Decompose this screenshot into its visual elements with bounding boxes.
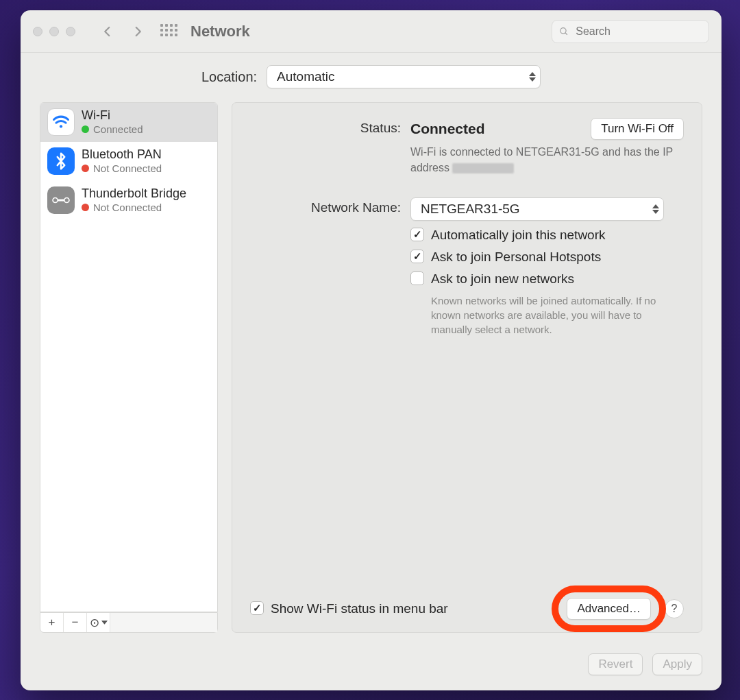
stepper-icon [652, 204, 659, 214]
thunderbolt-bridge-icon [47, 186, 75, 214]
more-icon: ⊙ [90, 616, 99, 630]
page-title: Network [190, 23, 250, 40]
revert-button[interactable]: Revert [588, 653, 643, 675]
auto-join-checkbox[interactable]: Automatically join this network [410, 228, 684, 243]
ask-new-networks-checkbox[interactable]: Ask to join new networks [410, 271, 684, 287]
close-dot[interactable] [33, 27, 42, 36]
status-label: Status: [250, 118, 401, 136]
help-button[interactable]: ? [665, 599, 684, 618]
sidebar-item-wifi[interactable]: Wi-Fi Connected [40, 103, 217, 142]
window-traffic-lights[interactable] [33, 27, 75, 36]
svg-point-5 [53, 198, 58, 203]
status-subtext: Wi-Fi is connected to NETGEAR31-5G and h… [410, 144, 684, 176]
svg-marker-2 [529, 72, 536, 76]
show-all-icon[interactable] [160, 24, 175, 39]
svg-point-0 [560, 27, 566, 33]
interface-sidebar: Wi-Fi Connected Bluetooth PAN Not Connec… [40, 102, 218, 633]
svg-point-4 [60, 125, 62, 128]
detail-panel: Status: Connected Turn Wi-Fi Off Wi-Fi i… [232, 102, 702, 633]
status-dot-icon [82, 204, 89, 211]
bluetooth-icon [47, 147, 75, 175]
network-name-select[interactable]: NETGEAR31-5G [410, 197, 664, 221]
remove-interface-button[interactable]: − [64, 613, 87, 632]
window-footer: Revert Apply [21, 647, 722, 690]
apply-button[interactable]: Apply [652, 653, 702, 675]
svg-point-9 [62, 200, 64, 201]
show-menubar-checkbox[interactable]: Show Wi-Fi status in menu bar [250, 601, 448, 616]
checkbox-icon [410, 271, 424, 285]
ask-hotspots-checkbox[interactable]: Ask to join Personal Hotspots [410, 250, 684, 265]
help-icon: ? [671, 603, 678, 615]
svg-marker-3 [529, 77, 536, 82]
chevron-down-icon [101, 620, 108, 625]
sidebar-toolbar: + − ⊙ [40, 612, 218, 633]
search-input[interactable] [574, 25, 702, 38]
location-row: Location: Automatic [21, 53, 722, 102]
wifi-toggle-button[interactable]: Turn Wi-Fi Off [591, 118, 684, 140]
checkbox-icon [410, 228, 424, 241]
location-select[interactable]: Automatic [267, 65, 541, 88]
minus-icon: − [72, 616, 79, 629]
redacted-ip [452, 163, 514, 173]
location-label: Location: [201, 69, 257, 85]
add-interface-button[interactable]: + [40, 613, 64, 632]
sidebar-toolbar-spacer [110, 613, 217, 632]
back-button[interactable] [97, 21, 118, 42]
sidebar-item-label: Wi-Fi [82, 108, 143, 123]
sidebar-item-label: Bluetooth PAN [82, 147, 162, 162]
forward-button[interactable] [127, 21, 148, 42]
svg-marker-10 [101, 620, 108, 624]
checkbox-icon [410, 250, 424, 263]
svg-line-1 [565, 32, 567, 34]
svg-point-8 [60, 200, 62, 201]
checkbox-icon [250, 601, 264, 615]
sidebar-item-bluetooth-pan[interactable]: Bluetooth PAN Not Connected [40, 142, 217, 181]
svg-point-6 [64, 198, 69, 203]
more-actions-button[interactable]: ⊙ [87, 613, 110, 632]
network-name-value: NETGEAR31-5G [421, 202, 520, 217]
toolbar: Network [21, 10, 722, 53]
stepper-icon [529, 72, 536, 82]
location-value: Automatic [277, 69, 334, 84]
svg-marker-12 [652, 210, 659, 214]
plus-icon: + [49, 616, 56, 629]
status-value: Connected [410, 121, 485, 137]
svg-marker-11 [652, 204, 659, 208]
zoom-dot[interactable] [66, 27, 75, 36]
search-field[interactable] [552, 20, 709, 43]
minimize-dot[interactable] [49, 27, 59, 36]
sidebar-item-label: Thunderbolt Bridge [82, 186, 186, 202]
status-dot-icon [82, 125, 89, 133]
wifi-icon [47, 108, 75, 136]
ask-new-hint: Known networks will be joined automatica… [431, 293, 678, 337]
annotation-highlight [552, 586, 666, 632]
status-dot-icon [82, 165, 89, 172]
preferences-window: Network Location: Automatic [21, 10, 722, 690]
network-name-label: Network Name: [250, 197, 401, 215]
svg-point-7 [58, 200, 60, 201]
sidebar-item-thunderbolt-bridge[interactable]: Thunderbolt Bridge Not Connected [40, 181, 217, 220]
